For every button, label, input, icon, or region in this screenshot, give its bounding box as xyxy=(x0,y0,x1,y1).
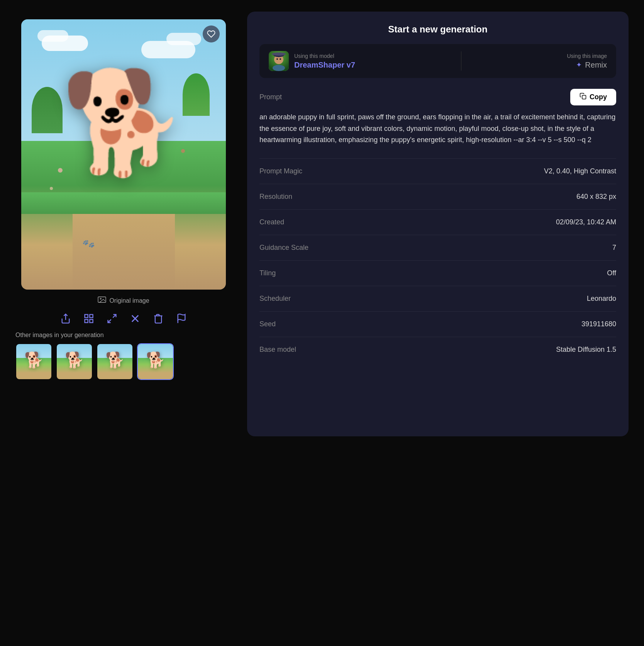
meta-row-guidance: Guidance Scale 7 xyxy=(259,235,616,261)
scheduler-label: Scheduler xyxy=(259,295,291,303)
original-image-label: Original image xyxy=(98,296,149,305)
thumb-puppy-2: 🐕 xyxy=(65,351,84,369)
expand-button[interactable] xyxy=(105,312,119,326)
svg-rect-3 xyxy=(85,315,88,318)
remix-sparkle-icon: ✦ xyxy=(576,61,582,69)
remix-button[interactable]: ✦ Remix xyxy=(576,61,607,70)
using-model-label: Using this model xyxy=(294,53,355,59)
tree-left xyxy=(32,87,63,133)
svg-rect-6 xyxy=(85,319,88,322)
delete-button[interactable] xyxy=(151,312,165,326)
thumbnail-3[interactable]: 🐕 xyxy=(97,343,133,380)
thumb-puppy-4: 🐕 xyxy=(146,351,165,369)
using-image-label: Using this image xyxy=(567,53,607,59)
model-image-bar: Using this model DreamShaper v7 Using th… xyxy=(259,44,616,78)
prompt-magic-label: Prompt Magic xyxy=(259,167,302,175)
cloud-2 xyxy=(37,30,68,42)
flag-button[interactable] xyxy=(175,312,188,326)
svg-rect-19 xyxy=(582,95,586,99)
prompt-text: an adorable puppy in full sprint, paws o… xyxy=(259,112,616,146)
remix-toolbar-button[interactable] xyxy=(128,312,142,326)
image-scene: 🐕 🐾 xyxy=(21,19,226,290)
model-section: Using this model DreamShaper v7 xyxy=(269,51,355,71)
thumb-puppy-3: 🐕 xyxy=(105,351,125,369)
main-image-container: 🐕 🐾 xyxy=(21,19,226,290)
svg-rect-4 xyxy=(90,315,93,318)
share-button[interactable] xyxy=(59,312,73,326)
seed-value: 391911680 xyxy=(581,320,616,328)
thumbnail-1[interactable]: 🐕 xyxy=(15,343,52,380)
grid-button[interactable] xyxy=(82,312,96,326)
panel-title: Start a new generation xyxy=(259,24,616,35)
tiling-value: Off xyxy=(607,269,616,277)
meta-row-base-model: Base model Stable Diffusion 1.5 xyxy=(259,337,616,362)
svg-line-8 xyxy=(108,319,111,322)
svg-point-17 xyxy=(280,58,281,60)
guidance-scale-value: 7 xyxy=(612,244,616,252)
other-images-label: Other images in your generation xyxy=(15,332,232,339)
remix-label: Remix xyxy=(585,61,607,70)
guidance-scale-label: Guidance Scale xyxy=(259,244,308,252)
other-images-section: Other images in your generation 🐕 🐕 xyxy=(15,332,232,380)
copy-button[interactable]: Copy xyxy=(570,89,616,105)
svg-line-7 xyxy=(113,315,116,318)
thumb-scene-3: 🐕 xyxy=(97,344,132,379)
meta-row-resolution: Resolution 640 x 832 px xyxy=(259,184,616,210)
copy-label: Copy xyxy=(590,93,607,101)
meta-row-scheduler: Scheduler Leonardo xyxy=(259,286,616,312)
base-model-value: Stable Diffusion 1.5 xyxy=(556,346,616,354)
prompt-header: Prompt Copy xyxy=(259,89,616,105)
meta-row-created: Created 02/09/23, 10:42 AM xyxy=(259,210,616,235)
base-model-label: Base model xyxy=(259,346,296,354)
svg-rect-5 xyxy=(90,319,93,322)
thumb-scene-1: 🐕 xyxy=(16,344,51,379)
heart-button[interactable] xyxy=(203,25,220,42)
prompt-label: Prompt xyxy=(259,93,282,101)
model-info: Using this model DreamShaper v7 xyxy=(294,53,355,70)
meta-row-tiling: Tiling Off xyxy=(259,261,616,286)
grass-overlay xyxy=(21,192,226,214)
svg-point-15 xyxy=(272,53,286,56)
right-panel: Start a new generation xyxy=(247,12,629,436)
tree-right xyxy=(183,73,210,116)
meta-row-seed: Seed 391911680 xyxy=(259,312,616,337)
resolution-label: Resolution xyxy=(259,193,292,201)
prompt-section: Prompt Copy an adorable puppy in full sp… xyxy=(259,89,616,158)
svg-point-18 xyxy=(273,65,285,71)
meta-row-prompt-magic: Prompt Magic V2, 0.40, High Contrast xyxy=(259,159,616,184)
cloud-4 xyxy=(166,33,201,45)
left-panel: 🐕 🐾 Original image xyxy=(15,12,232,380)
thumb-scene-2: 🐕 xyxy=(57,344,92,379)
copy-icon xyxy=(580,93,586,102)
created-value: 02/09/23, 10:42 AM xyxy=(556,218,616,226)
thumb-scene-4: 🐕 xyxy=(138,344,173,379)
svg-point-16 xyxy=(276,58,278,60)
model-name: DreamShaper v7 xyxy=(294,61,355,70)
model-avatar xyxy=(269,51,289,71)
scheduler-value: Leonardo xyxy=(587,295,616,303)
thumbnail-2[interactable]: 🐕 xyxy=(56,343,93,380)
puppy-main: 🐕 xyxy=(61,72,186,172)
thumbnail-4[interactable]: 🐕 xyxy=(137,343,174,380)
thumb-puppy-1: 🐕 xyxy=(24,351,44,369)
original-image-text: Original image xyxy=(109,297,149,304)
toolbar xyxy=(59,312,188,326)
tiling-label: Tiling xyxy=(259,269,276,277)
remix-section: Using this image ✦ Remix xyxy=(567,53,607,70)
thumbnail-row: 🐕 🐕 🐕 xyxy=(15,343,232,380)
created-label: Created xyxy=(259,218,284,226)
model-bar-divider xyxy=(461,51,461,71)
image-icon xyxy=(98,296,106,305)
svg-rect-0 xyxy=(98,297,106,303)
prompt-magic-value: V2, 0.40, High Contrast xyxy=(544,167,616,175)
resolution-value: 640 x 832 px xyxy=(576,193,616,201)
seed-label: Seed xyxy=(259,320,276,328)
svg-point-1 xyxy=(100,298,102,299)
